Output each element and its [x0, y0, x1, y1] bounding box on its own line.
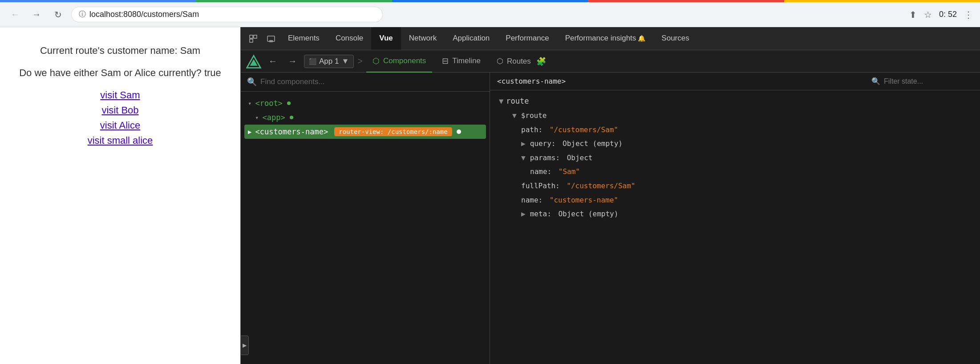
- filter-bar: 🔍: [871, 77, 973, 85]
- name-key: name:: [521, 194, 547, 206]
- devtools-body: 🔍 ▾ <root> ▾ <app>: [241, 73, 980, 364]
- main-area: Current route's customer name: Sam Do we…: [0, 27, 980, 364]
- query-key: query:: [530, 138, 560, 150]
- params-key: params:: [530, 152, 564, 164]
- sroute-item: ▼ $route: [512, 110, 971, 121]
- params-name-item: name: "Sam": [530, 166, 971, 178]
- path-key: path:: [521, 124, 547, 136]
- root-dot: [287, 101, 291, 105]
- meta-value: Object (empty): [558, 208, 618, 220]
- forward-button[interactable]: →: [28, 7, 45, 23]
- customers-name-tag: <customers-name>: [255, 127, 328, 136]
- filter-state-input[interactable]: [884, 77, 973, 85]
- params-item: ▼ params: Object: [521, 152, 971, 164]
- page-content: Current route's customer name: Sam Do we…: [0, 27, 240, 364]
- search-icon: 🔍: [247, 77, 257, 87]
- routes-icon: ⬡: [497, 57, 503, 66]
- params-name-key: name:: [530, 166, 556, 178]
- name-item: name: "customers-name": [521, 194, 971, 206]
- tab-sources[interactable]: Sources: [653, 27, 697, 50]
- route-section-label: route: [506, 97, 529, 105]
- components-icon: ⬡: [373, 56, 380, 66]
- route-section-arrow[interactable]: ▼: [499, 97, 503, 105]
- top-color-bar: [0, 0, 980, 2]
- timer-display: 0: 52: [939, 10, 957, 19]
- root-tag: <root>: [255, 99, 282, 108]
- query-expand[interactable]: ▶: [521, 138, 526, 150]
- app-dot: [290, 116, 293, 119]
- url-display[interactable]: localhost:8080/customers/Sam: [89, 10, 375, 19]
- chrome-actions: ⬆ ☆ 0: 52 ⋮: [909, 9, 973, 20]
- filter-icon: 🔍: [871, 77, 880, 85]
- tab-performance-insights[interactable]: Performance insights 🔔: [557, 27, 654, 50]
- components-tab-btn[interactable]: ⬡ Components: [366, 50, 432, 73]
- tree-item-customers-name[interactable]: ▶ <customers-name> router-view: /custome…: [244, 125, 486, 139]
- vue-toolbar: ← → ⬛ App 1 ▼ > ⬡ Components ⊟ Timeline …: [241, 50, 980, 73]
- root-arrow: ▾: [248, 100, 251, 107]
- params-name-value: "Sam": [559, 166, 580, 178]
- responsive-icon-button[interactable]: [262, 32, 280, 46]
- devtools-panel: Elements Console Vue Network Application…: [240, 27, 980, 364]
- meta-item: ▶ meta: Object (empty): [521, 208, 971, 220]
- state-header: <customers-name> 🔍: [490, 73, 980, 90]
- bookmark-button[interactable]: ☆: [924, 9, 932, 20]
- tab-vue[interactable]: Vue: [371, 27, 401, 50]
- router-view-badge: router-view: /customers/:name: [334, 127, 452, 136]
- visit-small-alice-link[interactable]: visit small alice: [88, 135, 153, 146]
- inspect-icon-button[interactable]: [244, 32, 262, 46]
- customers-name-arrow: ▶: [248, 128, 251, 135]
- route-section-title: ▼ route: [499, 97, 971, 105]
- query-item: ▶ query: Object (empty): [521, 138, 971, 150]
- refresh-button[interactable]: ↻: [50, 7, 66, 23]
- customer-check-text: Do we have either Sam or Alice currently…: [19, 67, 221, 79]
- devtools-tab-bar: Elements Console Vue Network Application…: [241, 27, 980, 50]
- share-button[interactable]: ⬆: [909, 9, 917, 20]
- tab-elements[interactable]: Elements: [280, 27, 328, 50]
- component-search-bar: 🔍: [241, 73, 490, 92]
- selected-component-name: <customers-name>: [497, 77, 566, 85]
- svg-rect-2: [250, 39, 253, 42]
- params-expand[interactable]: ▼: [521, 152, 526, 164]
- sroute-expand[interactable]: ▼: [512, 110, 517, 121]
- meta-key: meta:: [530, 208, 556, 220]
- visit-sam-link[interactable]: visit Sam: [100, 89, 140, 101]
- route-customer-text: Current route's customer name: Sam: [40, 45, 200, 57]
- app-selector[interactable]: ⬛ App 1 ▼: [304, 55, 354, 68]
- timeline-tab-btn[interactable]: ⊟ Timeline: [436, 50, 487, 73]
- visit-alice-link[interactable]: visit Alice: [100, 120, 140, 131]
- collapse-sidebar-button[interactable]: ▶: [241, 336, 249, 355]
- tree-item-app[interactable]: ▾ <app>: [241, 110, 490, 125]
- routes-tab-btn[interactable]: ⬡ Routes 🧩: [490, 54, 552, 69]
- fullpath-key: fullPath:: [521, 180, 564, 192]
- separator-1: >: [357, 56, 363, 66]
- component-search-input[interactable]: [260, 77, 483, 86]
- tab-console[interactable]: Console: [328, 27, 371, 50]
- visit-bob-link[interactable]: visit Bob: [101, 105, 138, 116]
- svg-rect-1: [254, 35, 257, 38]
- vue-back-button[interactable]: ←: [265, 54, 281, 68]
- svg-rect-0: [250, 35, 253, 38]
- query-value: Object (empty): [563, 138, 623, 150]
- vue-forward-button[interactable]: →: [284, 54, 300, 68]
- state-inspector-panel: <customers-name> 🔍 ▼ route ▼ $r: [490, 73, 980, 364]
- browser-chrome: ← → ↻ ⓘ localhost:8080/customers/Sam ⬆ ☆…: [0, 2, 980, 27]
- state-content: ▼ route ▼ $route path: "/customers/Sam": [490, 90, 980, 364]
- app-arrow: ▾: [255, 114, 259, 121]
- app-tag: <app>: [262, 113, 285, 122]
- address-bar: ⓘ localhost:8080/customers/Sam: [71, 7, 383, 22]
- tree-item-root[interactable]: ▾ <root>: [241, 96, 490, 110]
- tab-network[interactable]: Network: [401, 27, 445, 50]
- menu-button[interactable]: ⋮: [964, 9, 973, 20]
- tab-application[interactable]: Application: [445, 27, 498, 50]
- back-button[interactable]: ←: [7, 7, 23, 23]
- component-list: ▾ <root> ▾ <app> ▶ <customers-name>: [241, 92, 490, 364]
- sroute-key: $route: [521, 110, 547, 121]
- tab-performance[interactable]: Performance: [498, 27, 557, 50]
- component-tree-panel: 🔍 ▾ <root> ▾ <app>: [241, 73, 490, 364]
- meta-expand[interactable]: ▶: [521, 208, 526, 220]
- name-value: "customers-name": [550, 194, 618, 206]
- page-links: visit Sam visit Bob visit Alice visit sm…: [88, 89, 153, 146]
- info-icon: ⓘ: [79, 10, 86, 19]
- params-value: Object: [567, 152, 593, 164]
- vue-logo: [246, 54, 261, 69]
